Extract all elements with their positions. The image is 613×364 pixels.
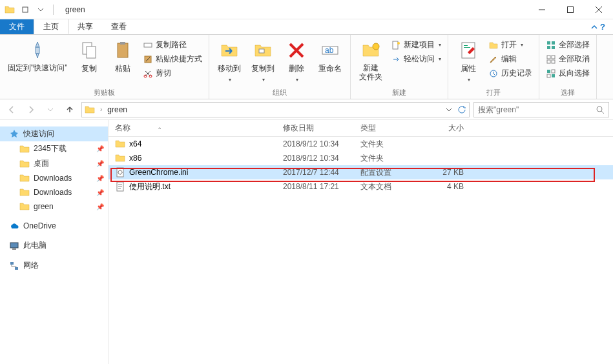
svg-rect-26 — [552, 46, 555, 49]
refresh-icon[interactable] — [457, 105, 466, 114]
address-dropdown-icon[interactable] — [446, 106, 452, 113]
sidebar-item[interactable]: Downloads📌 — [0, 171, 108, 185]
svg-rect-9 — [144, 43, 152, 47]
svg-rect-30 — [552, 60, 555, 63]
search-icon[interactable] — [596, 105, 605, 114]
svg-rect-28 — [552, 56, 555, 59]
col-type[interactable]: 类型 — [354, 123, 425, 134]
new-folder-button[interactable]: 新建 文件夹 — [356, 37, 386, 85]
separator — [53, 5, 54, 15]
close-button[interactable] — [585, 0, 613, 19]
delete-button[interactable]: 删除▾ — [282, 37, 311, 85]
minimize-button[interactable] — [528, 0, 556, 19]
nav-bar: › green — [0, 99, 613, 120]
sidebar-thispc[interactable]: 此电脑 — [0, 238, 108, 253]
sidebar-item[interactable]: green📌 — [0, 199, 108, 214]
svg-text:ab: ab — [325, 46, 334, 55]
ribbon-collapse-icon[interactable] — [591, 24, 597, 30]
sidebar-item[interactable]: 桌面📌 — [0, 156, 108, 171]
file-row[interactable]: x862018/9/12 10:34文件夹 — [109, 151, 613, 165]
sidebar-item[interactable]: 2345下载📌 — [0, 141, 108, 156]
tab-view[interactable]: 查看 — [102, 19, 136, 34]
recent-dropdown[interactable] — [43, 102, 58, 117]
cut-button[interactable]: 剪切 — [141, 67, 203, 79]
qat-dropdown-icon[interactable] — [19, 4, 31, 15]
tab-file[interactable]: 文件 — [0, 19, 34, 34]
paste-shortcut-button[interactable]: 粘贴快捷方式 — [141, 53, 203, 65]
group-new: 新建 文件夹 新建项目▾ 轻松访问▾ 新建 — [351, 35, 448, 99]
group-select: 全部选择 全部取消 反向选择 选择 — [539, 35, 597, 99]
clipboard-group-label: 剪贴板 — [5, 86, 203, 97]
svg-rect-34 — [552, 74, 555, 77]
svg-rect-25 — [547, 46, 550, 49]
move-to-button[interactable]: 移动到▾ — [214, 37, 244, 85]
col-size[interactable]: 大小 — [425, 123, 470, 134]
file-row[interactable]: 使用说明.txt2018/8/11 17:21文本文档4 KB — [109, 179, 613, 194]
back-button[interactable] — [4, 102, 19, 117]
svg-rect-13 — [259, 49, 264, 53]
search-input[interactable] — [478, 105, 596, 114]
col-name[interactable]: 名称 ^ — [109, 123, 276, 134]
pin-quick-button[interactable]: 固定到"快速访问" — [5, 37, 70, 75]
cloud-icon — [9, 221, 19, 231]
svg-point-16 — [373, 43, 379, 50]
maximize-button[interactable] — [556, 0, 585, 19]
star-icon — [9, 129, 19, 139]
new-item-button[interactable]: 新建项目▾ — [390, 39, 442, 51]
search-box[interactable] — [473, 102, 609, 117]
rename-button[interactable]: ab 重命名 — [315, 37, 345, 77]
pin-icon: 📌 — [96, 189, 104, 196]
file-row[interactable]: x642018/9/12 10:34文件夹 — [109, 137, 613, 151]
col-date[interactable]: 修改日期 — [276, 123, 354, 134]
content: 快速访问 2345下载📌桌面📌Downloads📌Downloads📌green… — [0, 120, 613, 364]
paste-button[interactable]: 粘贴 — [108, 37, 138, 77]
sidebar: 快速访问 2345下载📌桌面📌Downloads📌Downloads📌green… — [0, 120, 109, 364]
qat-chevron-icon[interactable] — [35, 4, 47, 15]
svg-rect-6 — [87, 46, 96, 58]
title-bar: green — [0, 0, 613, 19]
paste-label: 粘贴 — [115, 63, 130, 74]
svg-rect-24 — [552, 41, 555, 45]
invert-selection-button[interactable]: 反向选择 — [545, 67, 591, 79]
forward-button[interactable] — [23, 102, 39, 117]
help-icon[interactable]: ? — [600, 22, 605, 32]
group-organize: 移动到▾ 复制到▾ 删除▾ ab 重命名 组织 — [209, 35, 351, 99]
file-row[interactable]: GreenChrome.ini2017/12/7 12:44配置设置27 KB — [109, 165, 613, 179]
copy-to-button[interactable]: 复制到▾ — [248, 37, 278, 85]
history-button[interactable]: 历史记录 — [487, 67, 534, 79]
sidebar-item[interactable]: Downloads📌 — [0, 185, 108, 199]
select-none-button[interactable]: 全部取消 — [545, 53, 591, 65]
copy-label: 复制 — [81, 63, 97, 74]
address-bar[interactable]: › green — [81, 102, 470, 117]
sidebar-network[interactable]: 网络 — [0, 258, 108, 273]
ribbon: 固定到"快速访问" 复制 粘贴 复制路径 粘贴快捷方式 剪切 剪贴板 移动到▾ — [0, 35, 613, 99]
svg-rect-0 — [23, 7, 28, 12]
svg-rect-37 — [10, 243, 18, 248]
sidebar-quick-access[interactable]: 快速访问 — [0, 126, 108, 141]
tab-share[interactable]: 共享 — [68, 19, 102, 34]
svg-rect-17 — [393, 41, 398, 49]
select-group-label: 选择 — [545, 86, 591, 97]
up-button[interactable] — [62, 102, 78, 117]
svg-point-35 — [597, 106, 602, 112]
breadcrumb-current[interactable]: green — [107, 105, 127, 114]
sidebar-onedrive[interactable]: OneDrive — [0, 219, 108, 233]
network-icon — [9, 261, 19, 271]
edit-button[interactable]: 编辑 — [487, 53, 534, 65]
open-button[interactable]: 打开▾ — [487, 39, 534, 51]
svg-rect-23 — [547, 41, 550, 45]
properties-button[interactable]: 属性▾ — [453, 37, 483, 85]
copy-path-button[interactable]: 复制路径 — [141, 39, 203, 51]
svg-rect-20 — [464, 45, 468, 46]
pin-icon: 📌 — [96, 203, 104, 210]
tab-home[interactable]: 主页 — [34, 19, 68, 34]
open-group-label: 打开 — [453, 86, 534, 97]
copy-button[interactable]: 复制 — [74, 37, 104, 77]
select-all-button[interactable]: 全部选择 — [545, 39, 591, 51]
new-group-label: 新建 — [356, 86, 442, 97]
easy-access-button[interactable]: 轻松访问▾ — [390, 53, 442, 65]
svg-rect-2 — [568, 6, 574, 12]
svg-rect-32 — [552, 70, 555, 73]
svg-rect-31 — [547, 70, 550, 73]
pin-quick-label: 固定到"快速访问" — [8, 63, 68, 72]
